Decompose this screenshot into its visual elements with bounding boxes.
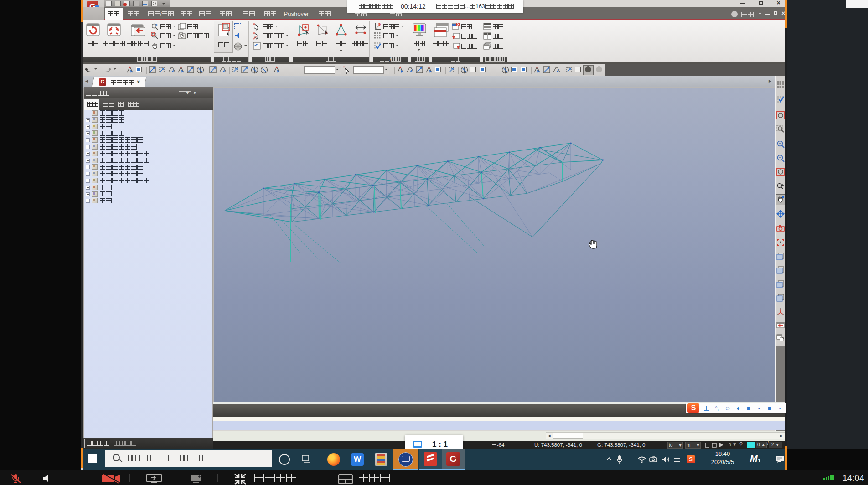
svg-text:G: G — [378, 23, 381, 26]
